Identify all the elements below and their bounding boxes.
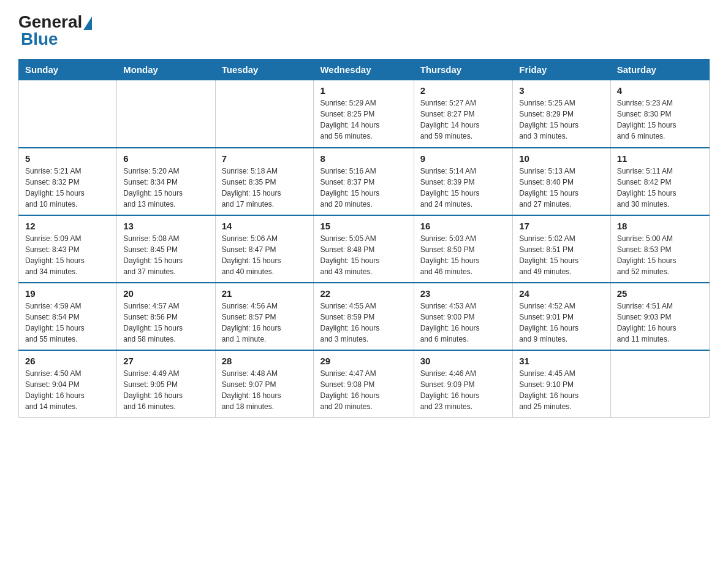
day-info: Sunrise: 5:05 AM Sunset: 8:48 PM Dayligh… [320, 233, 407, 277]
calendar-cell: 27Sunrise: 4:49 AM Sunset: 9:05 PM Dayli… [117, 350, 215, 418]
calendar-cell: 4Sunrise: 5:23 AM Sunset: 8:30 PM Daylig… [610, 80, 709, 148]
day-info: Sunrise: 5:03 AM Sunset: 8:50 PM Dayligh… [420, 233, 507, 277]
calendar-cell [117, 80, 215, 148]
calendar-cell: 24Sunrise: 4:52 AM Sunset: 9:01 PM Dayli… [513, 283, 610, 350]
calendar-cell: 28Sunrise: 4:48 AM Sunset: 9:07 PM Dayli… [215, 350, 314, 418]
calendar-cell: 23Sunrise: 4:53 AM Sunset: 9:00 PM Dayli… [414, 283, 513, 350]
day-number: 24 [519, 288, 604, 299]
calendar-cell: 16Sunrise: 5:03 AM Sunset: 8:50 PM Dayli… [414, 215, 513, 283]
day-number: 28 [222, 356, 308, 366]
day-number: 26 [25, 356, 110, 366]
day-number: 4 [617, 85, 703, 96]
day-info: Sunrise: 5:20 AM Sunset: 8:34 PM Dayligh… [123, 166, 208, 210]
day-info: Sunrise: 5:25 AM Sunset: 8:29 PM Dayligh… [519, 98, 604, 142]
calendar-cell [215, 80, 314, 148]
calendar-cell [19, 80, 117, 148]
calendar-cell: 8Sunrise: 5:16 AM Sunset: 8:37 PM Daylig… [314, 148, 414, 215]
calendar-cell: 2Sunrise: 5:27 AM Sunset: 8:27 PM Daylig… [414, 80, 513, 148]
day-number: 5 [25, 153, 110, 164]
day-info: Sunrise: 5:14 AM Sunset: 8:39 PM Dayligh… [420, 166, 507, 210]
day-number: 15 [320, 221, 407, 231]
logo-blue-text: Blue [21, 29, 58, 49]
page-header: General Blue [18, 12, 710, 49]
day-info: Sunrise: 4:45 AM Sunset: 9:10 PM Dayligh… [519, 368, 604, 412]
logo-triangle-icon [83, 17, 92, 30]
calendar-cell: 6Sunrise: 5:20 AM Sunset: 8:34 PM Daylig… [117, 148, 215, 215]
day-of-week-header-saturday: Saturday [610, 59, 709, 80]
calendar-cell: 3Sunrise: 5:25 AM Sunset: 8:29 PM Daylig… [513, 80, 610, 148]
day-info: Sunrise: 4:59 AM Sunset: 8:54 PM Dayligh… [25, 301, 110, 345]
day-info: Sunrise: 5:21 AM Sunset: 8:32 PM Dayligh… [25, 166, 110, 210]
calendar-cell: 21Sunrise: 4:56 AM Sunset: 8:57 PM Dayli… [215, 283, 314, 350]
calendar-cell: 12Sunrise: 5:09 AM Sunset: 8:43 PM Dayli… [19, 215, 117, 283]
calendar-cell: 5Sunrise: 5:21 AM Sunset: 8:32 PM Daylig… [19, 148, 117, 215]
calendar-week-row: 5Sunrise: 5:21 AM Sunset: 8:32 PM Daylig… [19, 148, 710, 215]
day-number: 7 [222, 153, 308, 164]
calendar-cell: 18Sunrise: 5:00 AM Sunset: 8:53 PM Dayli… [610, 215, 709, 283]
day-number: 3 [519, 85, 604, 96]
day-number: 8 [320, 153, 407, 164]
day-info: Sunrise: 4:47 AM Sunset: 9:08 PM Dayligh… [320, 368, 407, 412]
calendar-cell [610, 350, 709, 418]
day-info: Sunrise: 5:00 AM Sunset: 8:53 PM Dayligh… [617, 233, 703, 277]
calendar-cell: 30Sunrise: 4:46 AM Sunset: 9:09 PM Dayli… [414, 350, 513, 418]
day-number: 9 [420, 153, 507, 164]
calendar-cell: 9Sunrise: 5:14 AM Sunset: 8:39 PM Daylig… [414, 148, 513, 215]
calendar-cell: 25Sunrise: 4:51 AM Sunset: 9:03 PM Dayli… [610, 283, 709, 350]
calendar-week-row: 12Sunrise: 5:09 AM Sunset: 8:43 PM Dayli… [19, 215, 710, 283]
day-info: Sunrise: 4:57 AM Sunset: 8:56 PM Dayligh… [123, 301, 208, 345]
day-number: 25 [617, 288, 703, 299]
day-info: Sunrise: 5:13 AM Sunset: 8:40 PM Dayligh… [519, 166, 604, 210]
day-number: 6 [123, 153, 208, 164]
day-number: 10 [519, 153, 604, 164]
calendar-cell: 29Sunrise: 4:47 AM Sunset: 9:08 PM Dayli… [314, 350, 414, 418]
calendar-cell: 31Sunrise: 4:45 AM Sunset: 9:10 PM Dayli… [513, 350, 610, 418]
day-info: Sunrise: 5:11 AM Sunset: 8:42 PM Dayligh… [617, 166, 703, 210]
day-number: 17 [519, 221, 604, 231]
day-number: 21 [222, 288, 308, 299]
day-number: 13 [123, 221, 208, 231]
day-info: Sunrise: 5:08 AM Sunset: 8:45 PM Dayligh… [123, 233, 208, 277]
day-info: Sunrise: 5:29 AM Sunset: 8:25 PM Dayligh… [320, 98, 407, 142]
day-number: 27 [123, 356, 208, 366]
day-number: 22 [320, 288, 407, 299]
calendar-week-row: 1Sunrise: 5:29 AM Sunset: 8:25 PM Daylig… [19, 80, 710, 148]
day-of-week-header-friday: Friday [513, 59, 610, 80]
logo: General Blue [18, 12, 92, 49]
calendar-cell: 13Sunrise: 5:08 AM Sunset: 8:45 PM Dayli… [117, 215, 215, 283]
day-info: Sunrise: 4:48 AM Sunset: 9:07 PM Dayligh… [222, 368, 308, 412]
calendar-header-row: SundayMondayTuesdayWednesdayThursdayFrid… [19, 59, 710, 80]
day-info: Sunrise: 4:55 AM Sunset: 8:59 PM Dayligh… [320, 301, 407, 345]
calendar-cell: 20Sunrise: 4:57 AM Sunset: 8:56 PM Dayli… [117, 283, 215, 350]
day-number: 23 [420, 288, 507, 299]
calendar-cell: 22Sunrise: 4:55 AM Sunset: 8:59 PM Dayli… [314, 283, 414, 350]
day-info: Sunrise: 4:56 AM Sunset: 8:57 PM Dayligh… [222, 301, 308, 345]
day-number: 29 [320, 356, 407, 366]
day-info: Sunrise: 4:50 AM Sunset: 9:04 PM Dayligh… [25, 368, 110, 412]
day-info: Sunrise: 4:51 AM Sunset: 9:03 PM Dayligh… [617, 301, 703, 345]
day-of-week-header-monday: Monday [117, 59, 215, 80]
day-info: Sunrise: 4:49 AM Sunset: 9:05 PM Dayligh… [123, 368, 208, 412]
calendar-cell: 26Sunrise: 4:50 AM Sunset: 9:04 PM Dayli… [19, 350, 117, 418]
day-info: Sunrise: 5:16 AM Sunset: 8:37 PM Dayligh… [320, 166, 407, 210]
calendar-cell: 10Sunrise: 5:13 AM Sunset: 8:40 PM Dayli… [513, 148, 610, 215]
day-info: Sunrise: 5:18 AM Sunset: 8:35 PM Dayligh… [222, 166, 308, 210]
calendar-cell: 11Sunrise: 5:11 AM Sunset: 8:42 PM Dayli… [610, 148, 709, 215]
day-info: Sunrise: 5:27 AM Sunset: 8:27 PM Dayligh… [420, 98, 507, 142]
day-number: 31 [519, 356, 604, 366]
day-info: Sunrise: 5:02 AM Sunset: 8:51 PM Dayligh… [519, 233, 604, 277]
calendar-week-row: 26Sunrise: 4:50 AM Sunset: 9:04 PM Dayli… [19, 350, 710, 418]
day-number: 1 [320, 85, 407, 96]
day-number: 30 [420, 356, 507, 366]
calendar-cell: 19Sunrise: 4:59 AM Sunset: 8:54 PM Dayli… [19, 283, 117, 350]
calendar-cell: 15Sunrise: 5:05 AM Sunset: 8:48 PM Dayli… [314, 215, 414, 283]
day-of-week-header-thursday: Thursday [414, 59, 513, 80]
day-of-week-header-wednesday: Wednesday [314, 59, 414, 80]
day-info: Sunrise: 4:53 AM Sunset: 9:00 PM Dayligh… [420, 301, 507, 345]
day-number: 14 [222, 221, 308, 231]
day-info: Sunrise: 5:23 AM Sunset: 8:30 PM Dayligh… [617, 98, 703, 142]
calendar-cell: 7Sunrise: 5:18 AM Sunset: 8:35 PM Daylig… [215, 148, 314, 215]
day-info: Sunrise: 4:46 AM Sunset: 9:09 PM Dayligh… [420, 368, 507, 412]
day-number: 18 [617, 221, 703, 231]
day-number: 19 [25, 288, 110, 299]
